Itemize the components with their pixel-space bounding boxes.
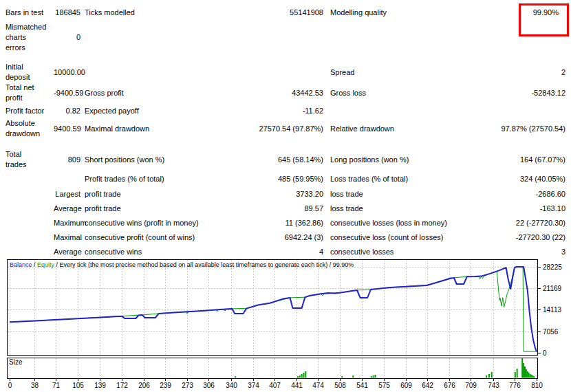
size-bar	[517, 369, 518, 378]
x-axis-label: 407	[269, 382, 281, 389]
x-axis-label: 609	[400, 382, 412, 389]
x-axis-label: 743	[488, 382, 499, 389]
x-axis-label: 374	[248, 382, 259, 389]
size-plot-frame	[8, 358, 538, 379]
size-bar	[235, 376, 236, 378]
size-bar	[373, 375, 374, 378]
x-axis-label: 139	[94, 382, 106, 389]
size-bar	[527, 371, 528, 378]
y-axis-label: 14113	[543, 306, 562, 314]
size-bar	[532, 375, 533, 378]
chart-legend: Balance / Equity / Every tick (the most …	[10, 261, 354, 268]
x-axis-label: 239	[160, 382, 171, 389]
x-axis-label: 206	[138, 382, 150, 389]
y-axis-label: 7056	[543, 328, 559, 336]
size-bar	[341, 376, 343, 378]
size-bar	[486, 375, 487, 378]
size-bar	[371, 376, 372, 378]
size-bar	[297, 376, 299, 378]
x-axis-label: 709	[465, 382, 477, 389]
x-axis-label: 71	[52, 382, 61, 389]
size-bar	[305, 371, 306, 378]
x-axis-label: 508	[334, 382, 346, 389]
size-bar	[491, 372, 493, 378]
balance-equity-chart: 0387110513917220623927330634037440744147…	[0, 0, 571, 392]
x-axis-label: 642	[422, 382, 433, 389]
x-axis-label: 474	[312, 382, 324, 389]
size-bar	[521, 358, 523, 378]
size-bar	[488, 374, 490, 378]
x-axis-label: 776	[509, 382, 521, 389]
y-axis-label: 28225	[543, 263, 562, 271]
size-bar	[299, 375, 301, 378]
size-bar	[352, 375, 354, 378]
main-plot-frame	[8, 260, 538, 356]
x-axis-label: 273	[182, 382, 193, 389]
x-axis-label: 575	[378, 382, 390, 389]
size-panel-label: Size	[9, 358, 23, 366]
x-axis-label: 105	[72, 382, 84, 389]
x-axis-label: 172	[116, 382, 128, 389]
size-bar	[374, 375, 376, 378]
size-bar	[528, 373, 530, 378]
size-bar	[530, 375, 532, 378]
x-axis-label: 541	[356, 382, 368, 389]
size-bar	[533, 376, 535, 378]
size-bar	[526, 369, 527, 378]
x-axis-label: 306	[203, 382, 215, 389]
size-bar	[530, 374, 531, 378]
size-bar	[301, 374, 303, 378]
size-bar	[524, 367, 526, 378]
size-bar	[523, 363, 524, 378]
x-axis-label: 38	[31, 382, 39, 389]
size-bar	[515, 372, 516, 378]
y-axis-label: 0	[543, 349, 547, 357]
x-axis-label: 0	[8, 382, 12, 389]
y-axis-label: 21169	[543, 285, 562, 292]
x-axis-label: 810	[531, 382, 543, 389]
x-axis-label: 340	[226, 382, 237, 389]
x-axis-label: 676	[444, 382, 455, 389]
size-bar	[303, 373, 304, 378]
x-axis-label: 441	[291, 382, 303, 389]
